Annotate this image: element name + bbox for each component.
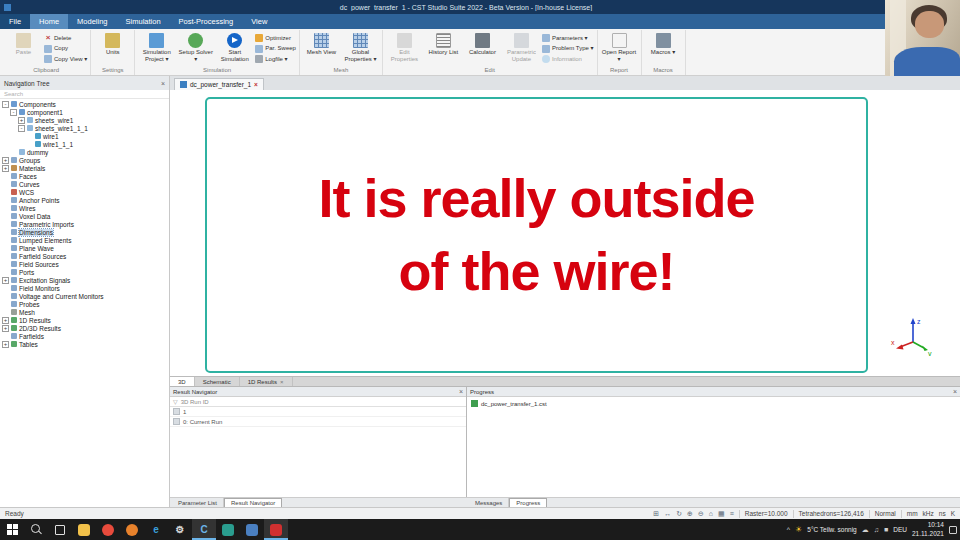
- clock[interactable]: 10:1421.11.2021: [912, 521, 944, 537]
- menu-tab-simulation[interactable]: Simulation: [117, 14, 170, 29]
- tree-item-curves[interactable]: Curves: [0, 180, 169, 188]
- tray-icon-1[interactable]: ♫: [874, 526, 879, 533]
- tree-item-2d-3d-results[interactable]: +2D/3D Results: [0, 324, 169, 332]
- settings-icon[interactable]: ⚙: [168, 519, 192, 540]
- tree-item-wire1-1-1[interactable]: wire1_1_1: [0, 140, 169, 148]
- macros-button[interactable]: Macros ▾: [645, 31, 682, 56]
- tree-item-faces[interactable]: Faces: [0, 172, 169, 180]
- expand-icon[interactable]: +: [2, 341, 9, 348]
- file-explorer-icon[interactable]: [72, 519, 96, 540]
- tree-item-wcs[interactable]: WCS: [0, 188, 169, 196]
- optimizer-button[interactable]: Optimizer: [255, 34, 296, 42]
- start-simulation-button[interactable]: Start Simulation: [216, 31, 253, 63]
- collapse-icon[interactable]: -: [2, 101, 9, 108]
- task-view-icon[interactable]: [48, 519, 72, 540]
- tree-item-ports[interactable]: Ports: [0, 268, 169, 276]
- rotate-icon[interactable]: ↻: [676, 510, 682, 518]
- menu-tab-home[interactable]: Home: [30, 14, 68, 29]
- copy-button[interactable]: Copy: [44, 45, 87, 53]
- tree-item-dummy[interactable]: dummy: [0, 148, 169, 156]
- tray-icon-2[interactable]: ■: [884, 526, 888, 533]
- tree-item-probes[interactable]: Probes: [0, 300, 169, 308]
- tree-search-input[interactable]: Search: [0, 90, 169, 99]
- navigation-tree-close-icon[interactable]: ×: [161, 80, 165, 87]
- collapse-icon[interactable]: -: [10, 109, 17, 116]
- expand-icon[interactable]: +: [18, 117, 25, 124]
- teal-app-icon[interactable]: [216, 519, 240, 540]
- tree-item-wire1[interactable]: wire1: [0, 132, 169, 140]
- pan-icon[interactable]: ↔: [664, 510, 671, 517]
- tree-item-materials[interactable]: +Materials: [0, 164, 169, 172]
- view-tab-schematic[interactable]: Schematic: [195, 377, 240, 386]
- menu-tab-file[interactable]: File: [0, 14, 30, 29]
- tree-item-sheets-wire1-1-1[interactable]: -sheets_wire1_1_1: [0, 124, 169, 132]
- expand-icon[interactable]: +: [2, 157, 9, 164]
- search-icon[interactable]: [24, 519, 48, 540]
- result-row-1[interactable]: 0: Current Run: [170, 417, 466, 427]
- copy-view-button[interactable]: Copy View ▾: [44, 55, 87, 63]
- expand-icon[interactable]: +: [2, 165, 9, 172]
- select-icon[interactable]: ⊞: [653, 510, 659, 518]
- view-tab-close-icon[interactable]: ×: [280, 379, 284, 385]
- bottom-tab-progress[interactable]: Progress: [509, 498, 547, 507]
- progress-close-icon[interactable]: ×: [953, 388, 957, 395]
- expand-icon[interactable]: +: [2, 317, 9, 324]
- unit-ns[interactable]: ns: [939, 510, 946, 517]
- menu-tab-modeling[interactable]: Modeling: [68, 14, 116, 29]
- weather-text[interactable]: 5°C Teilw. sonnig: [807, 526, 856, 533]
- tree-item-component1[interactable]: -component1: [0, 108, 169, 116]
- tree-item-field-monitors[interactable]: Field Monitors: [0, 284, 169, 292]
- cst-studio-icon[interactable]: C: [192, 519, 216, 540]
- browser-chrome-icon[interactable]: [96, 519, 120, 540]
- mesh-view-button[interactable]: Mesh View: [303, 31, 340, 56]
- view-tab-1d-results[interactable]: 1D Results×: [240, 377, 293, 386]
- fit-view-icon[interactable]: ⌂: [709, 510, 713, 517]
- tree-item-1d-results[interactable]: +1D Results: [0, 316, 169, 324]
- menu-tab-view[interactable]: View: [242, 14, 276, 29]
- coordinate-axes[interactable]: z x y: [890, 314, 934, 356]
- simulation-project-button[interactable]: Simulation Project ▾: [138, 31, 175, 63]
- bottom-tab-result-navigator[interactable]: Result Navigator: [224, 498, 282, 507]
- history-list-button[interactable]: History List: [425, 31, 462, 56]
- grid-icon[interactable]: ▦: [718, 510, 725, 518]
- view-tab-3d[interactable]: 3D: [170, 377, 195, 386]
- start-icon[interactable]: [0, 519, 24, 540]
- tree-item-sheets-wire1[interactable]: +sheets_wire1: [0, 116, 169, 124]
- tree-item-farfield-sources[interactable]: Farfield Sources: [0, 252, 169, 260]
- bottom-tab-messages[interactable]: Messages: [469, 498, 509, 507]
- tray-icon-0[interactable]: ☁: [862, 526, 869, 534]
- units-button[interactable]: Units: [94, 31, 131, 56]
- tree-item-plane-wave[interactable]: Plane Wave: [0, 244, 169, 252]
- unit-k[interactable]: K: [951, 510, 955, 517]
- tree-item-voltage-and-current-monitors[interactable]: Voltage and Current Monitors: [0, 292, 169, 300]
- list-icon[interactable]: ≡: [730, 510, 734, 517]
- tree-item-parametric-imports[interactable]: Parametric Imports: [0, 220, 169, 228]
- tree-item-farfields[interactable]: Farfields: [0, 332, 169, 340]
- tree-item-groups[interactable]: +Groups: [0, 156, 169, 164]
- tree-item-anchor-points[interactable]: Anchor Points: [0, 196, 169, 204]
- progress-item[interactable]: dc_power_transfer_1.cst: [467, 397, 960, 410]
- unit-khz[interactable]: kHz: [923, 510, 934, 517]
- problem-type-button[interactable]: Problem Type ▾: [542, 45, 594, 53]
- unit-mm[interactable]: mm: [907, 510, 918, 517]
- setup-solver-button[interactable]: Setup Solver ▾: [177, 31, 214, 63]
- browser-firefox-icon[interactable]: [120, 519, 144, 540]
- tree-item-lumped-elements[interactable]: Lumped Elements: [0, 236, 169, 244]
- tree-item-tables[interactable]: +Tables: [0, 340, 169, 348]
- blue-app-icon[interactable]: [240, 519, 264, 540]
- zoom-out-icon[interactable]: ⊖: [698, 510, 704, 518]
- 3d-canvas[interactable]: It is really outside of the wire! z x y: [170, 90, 960, 376]
- tree-item-components[interactable]: -Components: [0, 100, 169, 108]
- document-tab-close-icon[interactable]: ×: [254, 81, 258, 88]
- tree-item-excitation-signals[interactable]: +Excitation Signals: [0, 276, 169, 284]
- result-row-0[interactable]: 1: [170, 407, 466, 417]
- open-report-button[interactable]: Open Report ▾: [601, 31, 638, 63]
- language-indicator[interactable]: DEU: [893, 526, 907, 533]
- tree-item-dimensions[interactable]: Dimensions: [0, 228, 169, 236]
- expand-icon[interactable]: +: [2, 325, 9, 332]
- result-filter-row[interactable]: ▽ 3D Run ID: [170, 397, 466, 407]
- collapse-icon[interactable]: -: [18, 125, 25, 132]
- global-properties-button[interactable]: Global Properties ▾: [342, 31, 379, 63]
- tray-expand-icon[interactable]: ^: [787, 526, 790, 533]
- calculator-button[interactable]: Calculator: [464, 31, 501, 56]
